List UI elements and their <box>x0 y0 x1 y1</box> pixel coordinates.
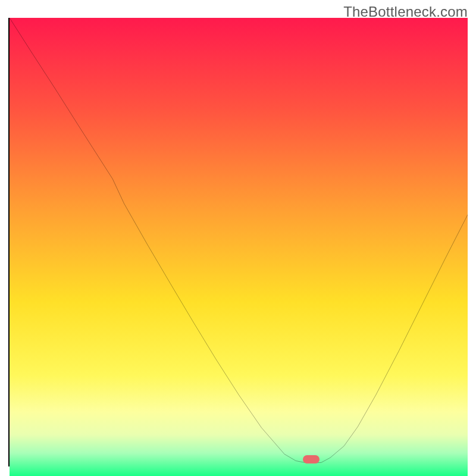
optimum-marker <box>303 455 320 464</box>
svg-rect-0 <box>10 18 468 476</box>
bottleneck-chart: TheBottleneck.com <box>0 0 476 476</box>
plot-area <box>8 18 468 466</box>
heat-gradient-bg <box>10 18 468 476</box>
